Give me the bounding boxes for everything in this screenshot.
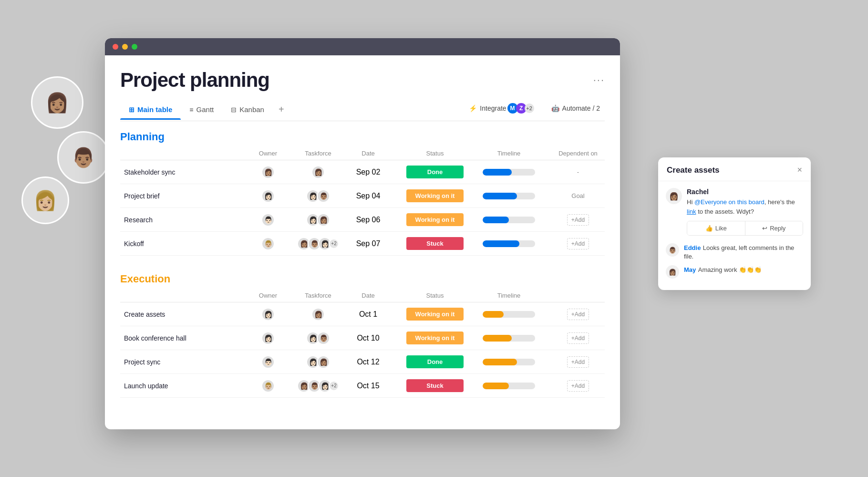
- timeline-bar: [483, 240, 535, 247]
- comment-mid: , here's the: [765, 198, 795, 206]
- dep-add-button[interactable]: +Add: [567, 332, 589, 344]
- row-label: Research: [124, 216, 153, 224]
- reply-text-may-msg: Amazing work 👏👏👏: [698, 266, 762, 273]
- owner-cell: 👩🏽: [244, 163, 292, 182]
- tf-avatar-1: 👩🏽: [311, 166, 325, 179]
- toolbar-right: ⚡ Integrate M Z +2 🤖 Automate / 2: [464, 101, 605, 120]
- taskforce-avatars: 👩🏽: [311, 166, 325, 179]
- status-badge: Stuck: [406, 237, 464, 250]
- dep-add-button[interactable]: +Add: [567, 238, 589, 249]
- reply-content-may: May Amazing work 👏👏👏: [684, 265, 762, 279]
- row-name-project-sync[interactable]: Project sync: [120, 358, 244, 366]
- taskforce-avatars: 👩🏽 👨🏽 👩🏻 +2: [297, 379, 339, 393]
- row-label: Launch update: [124, 382, 168, 390]
- owner-avatar: 👨🏼: [261, 379, 275, 393]
- comment-mention[interactable]: @Everyone on this board: [694, 198, 765, 206]
- timeline-cell: [478, 214, 540, 226]
- comment-link[interactable]: link: [687, 208, 696, 215]
- tf-avatar-2: 👩🏽: [317, 213, 330, 227]
- status-cell[interactable]: Working on it: [392, 210, 478, 229]
- col-header-owner: Owner: [244, 150, 292, 157]
- dep-cell[interactable]: +Add: [540, 306, 605, 323]
- dep-add-button[interactable]: +Add: [567, 214, 589, 226]
- dep-add-button[interactable]: +Add: [567, 309, 589, 320]
- owner-cell: 👨🏻: [244, 210, 292, 229]
- status-cell[interactable]: Done: [392, 353, 478, 371]
- row-name-research[interactable]: Research: [120, 216, 244, 224]
- timeline-cell: [478, 190, 540, 202]
- row-name-conference[interactable]: Book conference hall: [120, 334, 244, 342]
- timeline-cell: [478, 166, 540, 178]
- row-label: Project sync: [124, 358, 160, 366]
- reply-button[interactable]: ↩ Reply: [745, 221, 803, 235]
- board-content: Planning Owner Taskforce Date Status Tim…: [120, 121, 605, 429]
- integration-count: +2: [525, 104, 534, 113]
- status-cell[interactable]: Stuck: [392, 376, 478, 395]
- panel-header: Create assets ×: [658, 157, 811, 181]
- date-cell: Sep 07: [344, 237, 392, 251]
- status-badge: Done: [406, 355, 464, 368]
- status-cell[interactable]: Done: [392, 163, 478, 181]
- dep-cell[interactable]: +Add: [540, 211, 605, 228]
- col-header-timeline-e: Timeline: [478, 292, 540, 299]
- row-name-launch[interactable]: Launch update: [120, 382, 244, 390]
- tab-main-table[interactable]: ⊞ Main table: [120, 101, 181, 119]
- row-label: Stakeholder sync: [124, 168, 175, 176]
- date-cell: Sep 04: [344, 189, 392, 203]
- row-name-brief[interactable]: Project brief: [120, 192, 244, 200]
- row-name-create-assets[interactable]: Create assets: [120, 311, 244, 318]
- col-header-date-e: Date: [344, 292, 392, 299]
- execution-rows: Create assets 👩🏻 👩🏽 Oct 1: [120, 302, 605, 398]
- col-header-taskforce-e: Taskforce: [292, 292, 344, 299]
- dep-cell[interactable]: +Add: [540, 377, 605, 394]
- reply-author-eddie: Eddie: [684, 244, 701, 251]
- integrate-button[interactable]: ⚡ Integrate M Z +2: [464, 101, 538, 116]
- col-header-owner-e: Owner: [244, 292, 292, 299]
- col-header-status-e: Status: [392, 292, 478, 299]
- table-row: Project sync 👨🏻 👩🏻 👩🏽 Oct: [120, 350, 605, 374]
- dep-cell[interactable]: +Add: [540, 330, 605, 347]
- traffic-light-red[interactable]: [113, 44, 118, 50]
- traffic-light-green[interactable]: [132, 44, 137, 50]
- execution-col-headers: Owner Taskforce Date Status Timeline: [120, 289, 605, 302]
- col-header-name-e: [120, 292, 244, 299]
- automate-label: Automate / 2: [562, 104, 600, 112]
- table-row: Project brief 👩🏻 👩🏻 👨🏽 Sep: [120, 184, 605, 208]
- dep-add-button[interactable]: +Add: [567, 380, 589, 392]
- dots-menu-button[interactable]: ···: [593, 74, 605, 86]
- timeline-cell: [478, 356, 540, 368]
- date-cell: Oct 12: [344, 355, 392, 369]
- reply-eddie: 👨🏽 Eddie Looks great, left comments in t…: [666, 243, 803, 260]
- row-name-stakeholder[interactable]: Stakeholder sync: [120, 168, 244, 176]
- dep-add-button[interactable]: +Add: [567, 356, 589, 368]
- status-cell[interactable]: Working on it: [392, 305, 478, 323]
- dep-cell[interactable]: Goal: [540, 189, 605, 202]
- owner-avatar: 👩🏻: [261, 332, 275, 345]
- owner-avatar: 👨🏼: [261, 237, 275, 250]
- close-panel-button[interactable]: ×: [797, 165, 802, 175]
- comment-content: Rachel Hi @Everyone on this board, here'…: [687, 188, 803, 236]
- automate-button[interactable]: 🤖 Automate / 2: [547, 102, 605, 114]
- dep-cell[interactable]: +Add: [540, 353, 605, 371]
- dep-cell[interactable]: -: [540, 166, 605, 178]
- window-content: Project planning ··· ⊞ Main table ≡ Gant…: [105, 55, 620, 429]
- like-button[interactable]: 👍 Like: [687, 221, 745, 235]
- owner-cell: 👩🏻: [244, 329, 292, 348]
- dep-cell[interactable]: +Add: [540, 235, 605, 252]
- tab-kanban[interactable]: ⊟ Kanban: [222, 101, 273, 119]
- status-cell[interactable]: Working on it: [392, 329, 478, 347]
- col-header-taskforce: Taskforce: [292, 150, 344, 157]
- status-cell[interactable]: Stuck: [392, 234, 478, 253]
- row-name-kickoff[interactable]: Kickoff: [120, 240, 244, 248]
- automate-icon: 🤖: [551, 104, 559, 112]
- tab-add-button[interactable]: +: [273, 99, 290, 121]
- planning-rows: Stakeholder sync 👩🏽 👩🏽 Sep 02: [120, 160, 605, 256]
- execution-title: Execution: [120, 267, 605, 289]
- comment-author: Rachel: [687, 188, 803, 196]
- date-cell: Oct 1: [344, 307, 392, 321]
- window-titlebar: [105, 38, 620, 55]
- bg-avatar-3: 👩🏼: [21, 176, 69, 224]
- status-cell[interactable]: Working on it: [392, 187, 478, 205]
- traffic-light-yellow[interactable]: [122, 44, 128, 50]
- tab-gantt[interactable]: ≡ Gantt: [181, 101, 222, 119]
